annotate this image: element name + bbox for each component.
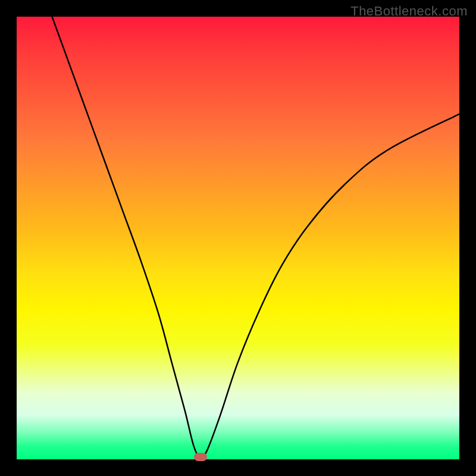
optimal-point-marker	[194, 453, 207, 461]
watermark-text: TheBottleneck.com	[350, 4, 468, 19]
chart-plot-area	[17, 17, 459, 459]
bottleneck-curve	[17, 17, 459, 459]
